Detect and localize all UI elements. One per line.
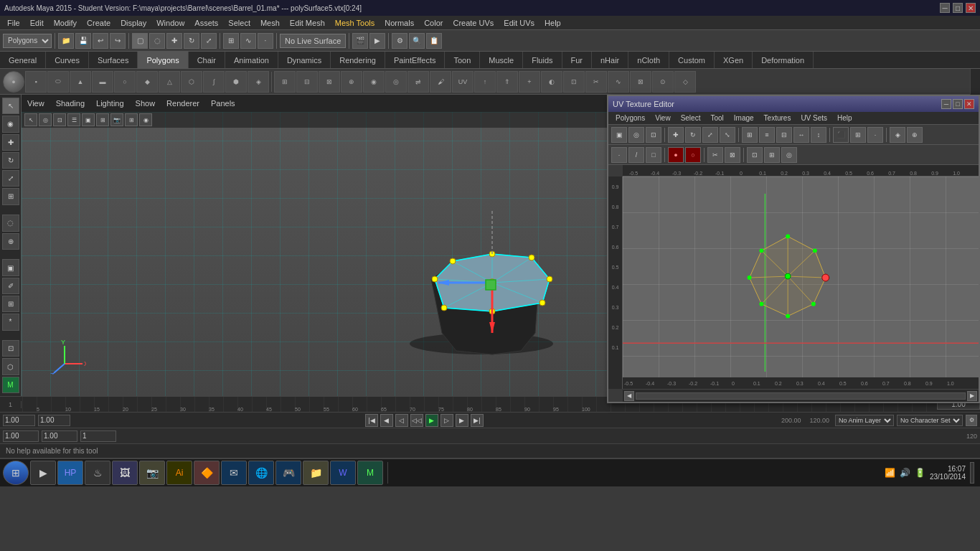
vp-btn-grid[interactable]: ⊞ [125, 113, 138, 126]
uv-btn-distribute[interactable]: ⊟ [776, 127, 792, 143]
tab-general[interactable]: General [0, 52, 46, 68]
shelf-bridge[interactable]: ⇑ [496, 71, 518, 93]
anim-layer-select[interactable]: No Anim Layer [835, 415, 894, 426]
select-tool-left[interactable]: ↖ [2, 98, 19, 114]
shelf-uv[interactable]: UV [452, 71, 473, 93]
open-file-button[interactable]: 📁 [58, 33, 74, 49]
uv-grid[interactable]: -0.5 -0.4 -0.3 -0.2 -0.1 0 0.1 0.2 0.3 0… [623, 176, 979, 389]
shelf-cube[interactable]: ▪ [25, 71, 47, 93]
input-val1[interactable] [3, 430, 39, 442]
input-val3[interactable] [80, 430, 116, 442]
rotate-tool-left[interactable]: ↻ [2, 152, 19, 169]
viewport-menu-panels[interactable]: Panels [211, 99, 235, 108]
sculpt[interactable]: ✐ [2, 278, 19, 294]
character-select[interactable]: No Character Set [897, 415, 963, 426]
region-of-effect[interactable]: ▣ [2, 259, 19, 276]
snap-curve[interactable]: ∿ [240, 33, 256, 49]
move-tool-left[interactable]: ✚ [2, 134, 19, 151]
next-frame-button[interactable]: ▶ [456, 414, 468, 427]
uv-menu-tool[interactable]: Tool [706, 114, 727, 122]
tab-ncloth[interactable]: nCloth [628, 52, 669, 68]
scale-tool-left[interactable]: ⤢ [2, 170, 19, 187]
tab-fluids[interactable]: Fluids [523, 52, 562, 68]
maximize-button[interactable]: □ [953, 3, 963, 13]
tab-nhair[interactable]: nHair [592, 52, 628, 68]
taskbar-maya[interactable]: M [357, 461, 383, 485]
menu-create[interactable]: Create [83, 18, 115, 28]
redo-button[interactable]: ↪ [110, 33, 126, 49]
shelf-avg-verts[interactable]: ◎ [385, 71, 407, 93]
tab-xgen[interactable]: XGen [715, 52, 753, 68]
taskbar-img[interactable]: 🖼 [112, 461, 138, 485]
menu-normals[interactable]: Normals [380, 18, 418, 28]
viewport-menu-show[interactable]: Show [136, 99, 156, 108]
uv-scroll-left[interactable]: ◀ [624, 391, 634, 401]
taskbar-hp[interactable]: HP [57, 461, 83, 485]
shelf-plane[interactable]: ▬ [92, 71, 113, 93]
vp-btn-6[interactable]: ⊞ [96, 113, 109, 126]
tool3[interactable]: 📋 [426, 33, 442, 49]
menu-mesh[interactable]: Mesh [256, 18, 284, 28]
taskbar-browser[interactable]: 🌐 [248, 461, 274, 485]
shelf-subdiv[interactable]: ◈ [248, 71, 269, 93]
shelf-cone[interactable]: ▲ [70, 71, 91, 93]
snap-grid[interactable]: ⊞ [223, 33, 239, 49]
uv-btn-select-shell[interactable]: ◎ [628, 127, 644, 143]
viewport-menu-view[interactable]: View [27, 99, 44, 108]
system-clock[interactable]: 16:07 23/10/2014 [930, 465, 966, 481]
tab-custom[interactable]: Custom [669, 52, 715, 68]
uv-btn-sew[interactable]: ⊠ [725, 147, 740, 163]
render-button[interactable]: 🎬 [352, 33, 368, 49]
shelf-sphere[interactable]: ● [3, 71, 24, 93]
shelf-append[interactable]: + [519, 71, 540, 93]
viewport-menu-renderer[interactable]: Renderer [166, 99, 199, 108]
taskbar-network-icon[interactable]: 📶 [885, 468, 895, 478]
taskbar-word[interactable]: W [330, 461, 356, 485]
shelf-paint[interactable]: 🖌 [430, 71, 451, 93]
tab-chair[interactable]: Chair [189, 52, 225, 68]
tab-rendering[interactable]: Rendering [331, 52, 385, 68]
viewport-menu-shading[interactable]: Shading [56, 99, 85, 108]
tab-fur[interactable]: Fur [562, 52, 593, 68]
menu-help[interactable]: Help [540, 18, 565, 28]
tab-painteffects[interactable]: PaintEffects [385, 52, 446, 68]
uv-btn-relax[interactable]: ◈ [890, 127, 905, 143]
shelf-soccer[interactable]: ⬢ [225, 71, 247, 93]
uv-btn-normalize[interactable]: ⊞ [764, 147, 780, 163]
uv-menu-view[interactable]: View [651, 114, 675, 122]
vp-btn-4[interactable]: ☰ [67, 113, 80, 126]
viewport-menu-lighting[interactable]: Lighting [96, 99, 124, 108]
next-key-button[interactable]: ▷ [440, 414, 453, 427]
shelf-extract[interactable]: ⊠ [319, 71, 340, 93]
taskbar-game[interactable]: 🎮 [275, 461, 301, 485]
uv-close-button[interactable]: ✕ [964, 99, 974, 109]
vp-btn-camera[interactable]: 📷 [110, 113, 123, 126]
uv-btn-cycle-layout[interactable]: ⊞ [742, 127, 758, 143]
input-val2[interactable] [42, 430, 77, 442]
tab-muscle[interactable]: Muscle [480, 52, 523, 68]
vp-btn-5[interactable]: ▣ [82, 113, 95, 126]
uv-btn-move[interactable]: ✚ [668, 127, 684, 143]
menu-edit[interactable]: Edit [26, 18, 48, 28]
shelf-insert-loop[interactable]: ⊠ [630, 71, 651, 93]
rotate-tool[interactable]: ↻ [184, 33, 199, 49]
clusters[interactable]: * [2, 314, 19, 330]
shelf-separate[interactable]: ⊟ [296, 71, 318, 93]
taskbar-sound-icon[interactable]: 🔊 [900, 468, 910, 478]
go-to-end-button[interactable]: ▶| [471, 414, 484, 427]
tab-dynamics[interactable]: Dynamics [278, 52, 331, 68]
minimize-button[interactable]: ─ [940, 3, 950, 13]
uv-btn-select-faces[interactable]: □ [646, 147, 661, 163]
shelf-combine[interactable]: ⊞ [274, 71, 296, 93]
shelf-cylinder[interactable]: ⬭ [47, 71, 69, 93]
uv-btn-align[interactable]: ≡ [759, 127, 775, 143]
range-start-input[interactable] [3, 415, 35, 426]
create-poly[interactable]: ⬡ [2, 358, 19, 375]
menu-color[interactable]: Color [420, 18, 447, 28]
uv-btn-select-edges[interactable]: / [628, 147, 644, 163]
uv-btn-select-border[interactable]: ⊡ [646, 127, 661, 143]
uv-btn-select-all[interactable]: ▣ [611, 127, 627, 143]
uv-btn-flip-v[interactable]: ↕ [811, 127, 826, 143]
undo-button[interactable]: ↩ [93, 33, 108, 49]
uv-menu-select[interactable]: Select [677, 114, 705, 122]
